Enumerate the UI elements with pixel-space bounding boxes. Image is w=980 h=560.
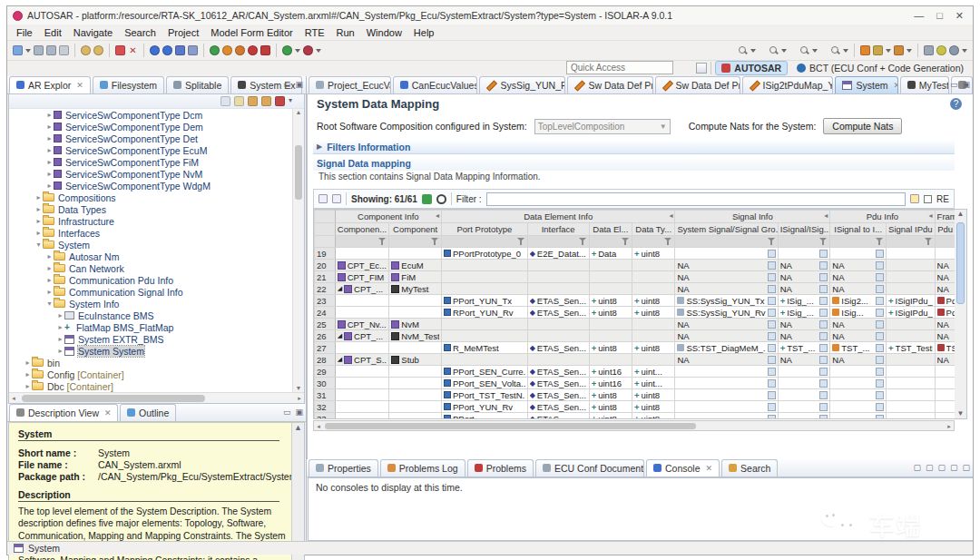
tree-expand-icon[interactable]: ▸ — [45, 276, 54, 284]
system-signal-cell[interactable]: NA — [675, 283, 778, 295]
isignal-cell[interactable]: NA — [778, 260, 830, 271]
tree-expand-icon[interactable]: ▸ — [34, 217, 43, 225]
system-signal-cell[interactable]: SS:SysSig_YUN_Rv — [675, 307, 778, 319]
tree-item-interfaces[interactable]: ▸Interfaces — [9, 227, 304, 239]
browse-box-icon[interactable] — [876, 332, 884, 340]
view-minmax-buttons[interactable]: ▭▣ — [950, 80, 970, 89]
data-type-cell[interactable] — [632, 271, 674, 283]
interface-cell[interactable] — [527, 260, 589, 271]
tree-expand-icon[interactable]: ▾ — [34, 241, 43, 249]
signal-ipdu-cell[interactable] — [887, 319, 936, 330]
port-prototype-cell[interactable] — [442, 319, 528, 330]
description-scrollbar[interactable]: ▲▼ — [291, 423, 304, 560]
component-type-cell[interactable] — [389, 248, 442, 260]
data-element-cell[interactable]: +uint8 — [589, 342, 632, 354]
menu-project[interactable]: Project — [162, 26, 204, 39]
data-element-cell[interactable] — [589, 260, 632, 271]
component-prototype-cell[interactable]: ◢CPT_... — [335, 283, 389, 295]
group-header-pdu-info[interactable]: Pdu Info — [830, 211, 935, 223]
browse-box-icon[interactable] — [876, 344, 884, 352]
browse-box-icon[interactable] — [819, 344, 828, 352]
browse-box-icon[interactable] — [819, 403, 828, 411]
isignal-to-ipdu-cell[interactable]: NA — [830, 283, 887, 295]
menu-edit[interactable]: Edit — [39, 26, 67, 39]
component-prototype-cell[interactable]: CPT_Nv... — [335, 319, 389, 330]
search-4-dropdown-icon[interactable] — [843, 49, 848, 55]
pdu-to-frame-cell[interactable]: NA — [935, 330, 956, 342]
run-green-icon[interactable] — [210, 45, 220, 55]
browse-box-icon[interactable] — [819, 285, 828, 293]
new-dropdown-icon[interactable] — [25, 49, 31, 55]
group-header-data-element-info[interactable]: Data Element Info — [442, 211, 675, 223]
data-element-cell[interactable]: +uint16 — [589, 366, 632, 378]
misc-2-icon[interactable] — [936, 45, 946, 55]
interface-cell[interactable] — [527, 319, 589, 330]
menu-rte[interactable]: RTE — [299, 26, 330, 39]
system-signal-cell[interactable] — [675, 378, 778, 389]
browse-box-icon[interactable] — [768, 320, 776, 329]
component-prototype-cell[interactable]: ◢CPT_... — [335, 330, 389, 342]
component-type-cell[interactable] — [389, 295, 442, 307]
ball-orange-2-icon[interactable] — [235, 45, 245, 55]
isignal-cell[interactable]: NA — [778, 283, 830, 295]
system-signal-cell[interactable] — [675, 366, 778, 378]
table-row[interactable]: 24RPort_YUN_Rv◆ETAS_Sen...+uint8+uint8SS… — [315, 307, 956, 319]
tree-item-data-types[interactable]: ▸Data Types — [9, 203, 304, 215]
help-icon[interactable]: ? — [950, 98, 962, 110]
filter-funnel-icon[interactable] — [622, 237, 630, 245]
column-filter-cell[interactable] — [442, 236, 528, 248]
browse-box-icon[interactable] — [768, 285, 776, 293]
tree-item-flatmap-bms-flatmap[interactable]: ▸+FlatMap BMS_FlatMap — [9, 321, 304, 333]
isignal-to-ipdu-cell[interactable] — [830, 401, 887, 413]
filter-funnel-icon[interactable] — [876, 237, 884, 245]
data-type-cell[interactable]: +uint8 — [632, 342, 674, 354]
link-with-editor-icon[interactable] — [234, 96, 244, 106]
view-minmax-buttons[interactable]: ▭▣ — [283, 80, 303, 89]
port-prototype-cell[interactable] — [442, 354, 528, 366]
column-filter-cell[interactable] — [632, 236, 674, 248]
data-element-cell[interactable]: +Data — [589, 248, 632, 260]
interface-cell[interactable] — [527, 283, 589, 295]
wrench-red-icon[interactable] — [303, 45, 313, 55]
focus-mode-icon[interactable] — [275, 96, 285, 106]
data-element-cell[interactable] — [589, 319, 632, 330]
isignal-to-ipdu-cell[interactable]: ISig... — [830, 307, 887, 319]
browse-box-icon[interactable] — [876, 391, 884, 399]
table-row[interactable]: 29PPort_SEN_Curre...◆ETAS_Sen...+uint16+… — [315, 366, 956, 378]
data-element-cell[interactable]: +uint8 — [589, 389, 632, 401]
menu-help[interactable]: Help — [408, 26, 440, 39]
tree-item-system-system[interactable]: ▸System System — [9, 345, 304, 357]
quick-access-input[interactable] — [566, 61, 673, 74]
component-prototype-cell[interactable] — [335, 413, 389, 420]
search-1-icon[interactable] — [738, 45, 748, 55]
component-prototype-cell[interactable]: CPT_Ec... — [335, 260, 389, 271]
isignal-cell[interactable]: NA — [778, 330, 830, 342]
isignal-to-ipdu-cell[interactable] — [830, 366, 887, 378]
column-header-interface[interactable]: Interface — [527, 223, 589, 236]
component-type-cell[interactable]: MyTest — [389, 283, 442, 295]
isignal-cell[interactable] — [778, 366, 830, 378]
port-prototype-cell[interactable]: PPort_TST_TestN... — [442, 389, 528, 401]
tree-expand-icon[interactable]: ▸ — [45, 158, 54, 166]
system-signal-cell[interactable] — [675, 401, 778, 413]
browse-box-icon[interactable] — [819, 356, 828, 364]
search-2-dropdown-icon[interactable] — [781, 49, 787, 55]
pin-console-icon[interactable]: ▢ — [913, 463, 921, 472]
port-prototype-cell[interactable] — [442, 330, 528, 342]
browse-box-icon[interactable] — [819, 332, 828, 340]
column-filter-cell[interactable] — [935, 236, 956, 248]
isignal-to-ipdu-cell[interactable]: NA — [830, 330, 887, 342]
interface-cell[interactable] — [527, 271, 589, 283]
load-target-2-icon[interactable] — [261, 96, 271, 106]
menu-file[interactable]: File — [11, 26, 38, 39]
console-tab-properties[interactable]: Properties — [309, 459, 378, 476]
system-signal-cell[interactable]: NA — [675, 271, 778, 283]
component-type-cell[interactable] — [389, 366, 442, 378]
system-signal-cell[interactable]: NA — [675, 260, 778, 271]
console-toolbar-icons[interactable]: ▢▢▢▢▢ — [913, 463, 970, 472]
isignal-to-ipdu-cell[interactable]: NA — [830, 354, 887, 366]
pdu-to-frame-cell[interactable] — [935, 248, 956, 260]
system-signal-cell[interactable] — [675, 413, 778, 420]
tree-item-ecuinstance-bms[interactable]: ▸EcuInstance BMS — [9, 309, 304, 321]
browse-box-icon[interactable] — [768, 403, 776, 411]
